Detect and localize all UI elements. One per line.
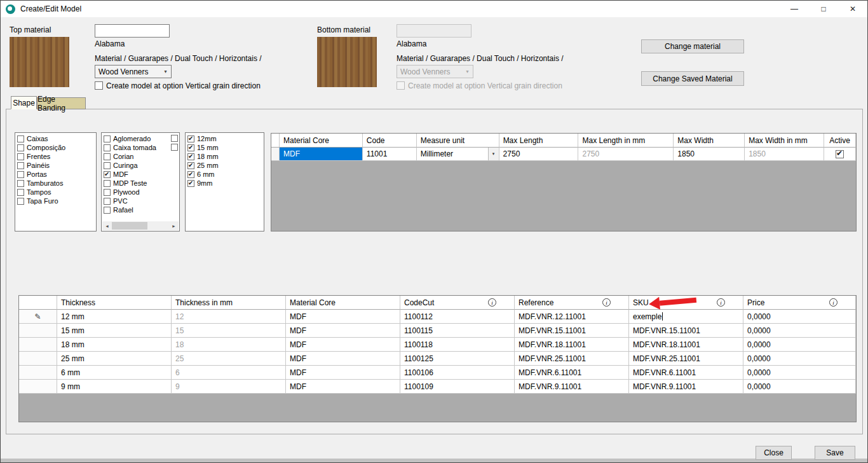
cell-material-core[interactable]: MDF xyxy=(286,352,400,366)
cell-max-width[interactable]: 1850 xyxy=(674,148,745,161)
cell-price[interactable]: 0,0000 xyxy=(743,366,856,380)
cell-price[interactable]: 0,0000 xyxy=(743,338,856,352)
top-material-swatch[interactable] xyxy=(10,37,69,87)
cell-active[interactable] xyxy=(824,148,856,161)
cell-thickness[interactable]: 12 mm xyxy=(57,310,172,324)
horizontal-scrollbar[interactable]: ◄ ► xyxy=(102,221,179,230)
material-core-list[interactable]: Aglomerado Caixa tomada Corian Curinga M… xyxy=(101,132,180,232)
change-material-button[interactable]: Change material xyxy=(641,39,744,53)
item-checkbox[interactable] xyxy=(104,207,111,214)
column-header-active[interactable]: Active xyxy=(824,134,856,148)
thickness-list[interactable]: 12mm 15 mm 18 mm 25 mm 6 mm 9mm xyxy=(185,132,264,232)
column-header-code[interactable]: Code xyxy=(363,134,417,148)
row-selector-cell[interactable] xyxy=(19,380,57,394)
column-header-reference[interactable]: Reference i xyxy=(515,296,629,310)
list-item[interactable]: 12mm xyxy=(186,134,264,143)
sku-grid-row[interactable]: 25 mm 25 MDF 1100125 MDF.VNR.25.11001 MD… xyxy=(19,352,856,366)
material-core-extra-checkbox[interactable] xyxy=(171,144,178,151)
item-checkbox[interactable] xyxy=(187,162,194,169)
cell-thickness[interactable]: 9 mm xyxy=(57,380,172,394)
cell-price[interactable]: 0,0000 xyxy=(743,324,856,338)
sku-grid-row[interactable]: 18 mm 18 MDF 1100118 MDF.VNR.18.11001 MD… xyxy=(19,338,856,352)
top-material-code-input[interactable] xyxy=(95,24,170,38)
list-item[interactable]: 25 mm xyxy=(186,161,264,170)
cell-reference[interactable]: MDF.VNR.25.11001 xyxy=(515,352,629,366)
cell-code[interactable]: 11001 xyxy=(363,148,417,161)
list-item[interactable]: 15 mm xyxy=(186,143,264,152)
column-header-price[interactable]: Price i xyxy=(743,296,856,310)
item-checkbox[interactable] xyxy=(104,198,111,205)
list-item[interactable]: Corian xyxy=(102,152,179,161)
cell-codecut[interactable]: 1100125 xyxy=(400,352,515,366)
item-checkbox[interactable] xyxy=(17,162,24,169)
list-item[interactable]: PVC xyxy=(102,197,179,205)
cell-reference[interactable]: MDF.VNR.18.11001 xyxy=(515,338,629,352)
list-item[interactable]: Tamburatos xyxy=(15,179,96,188)
minimize-icon[interactable]: — xyxy=(780,1,809,17)
cell-material-core[interactable]: MDF xyxy=(280,148,363,161)
cell-material-core[interactable]: MDF xyxy=(286,366,400,380)
list-item[interactable]: 6 mm xyxy=(186,170,264,179)
cell-sku-editing[interactable]: exemple xyxy=(629,310,743,324)
item-checkbox[interactable] xyxy=(104,180,111,187)
cell-codecut[interactable]: 1100115 xyxy=(400,324,515,338)
measure-unit-dropdown-icon[interactable]: ▾ xyxy=(488,148,499,160)
list-item[interactable]: Portas xyxy=(15,170,96,179)
close-icon[interactable]: ✕ xyxy=(838,1,867,17)
column-header-max-width-mm[interactable]: Max Width in mm xyxy=(745,134,824,148)
list-item[interactable]: Aglomerado xyxy=(102,134,179,143)
info-icon[interactable]: i xyxy=(717,298,725,307)
item-checkbox[interactable] xyxy=(187,171,194,178)
top-material-type-dropdown[interactable]: Wood Venners ▾ xyxy=(95,65,172,78)
close-button[interactable]: Close xyxy=(756,446,792,460)
row-selector-cell[interactable] xyxy=(19,338,57,352)
info-icon[interactable]: i xyxy=(602,298,611,307)
row-selector-cell[interactable] xyxy=(19,366,57,380)
item-checkbox[interactable] xyxy=(17,153,24,160)
item-checkbox[interactable] xyxy=(104,189,111,196)
info-icon[interactable]: i xyxy=(488,298,496,307)
cell-sku[interactable]: MDF.VNR.18.11001 xyxy=(629,338,743,352)
list-item[interactable]: 9mm xyxy=(186,179,264,188)
item-checkbox[interactable] xyxy=(187,153,194,160)
item-checkbox[interactable] xyxy=(17,144,24,151)
cell-material-core[interactable]: MDF xyxy=(286,338,400,352)
cell-reference[interactable]: MDF.VNR.12.11001 xyxy=(515,310,629,324)
aplication-list[interactable]: Caixas Composição Frentes Painéis Portas… xyxy=(15,132,97,232)
item-checkbox[interactable] xyxy=(17,135,24,142)
cell-thickness[interactable]: 25 mm xyxy=(57,352,172,366)
restore-icon[interactable]: □ xyxy=(809,1,838,17)
scroll-right-icon[interactable]: ► xyxy=(169,221,179,230)
material-core-extra-checkbox[interactable] xyxy=(171,135,178,142)
item-checkbox[interactable] xyxy=(104,153,111,160)
sku-grid-row[interactable]: 9 mm 9 MDF 1100109 MDF.VNR.9.11001 MDF.V… xyxy=(19,380,856,394)
cell-reference[interactable]: MDF.VNR.15.11001 xyxy=(515,324,629,338)
item-checkbox[interactable] xyxy=(104,144,111,151)
cell-thickness[interactable]: 6 mm xyxy=(57,366,172,380)
save-button[interactable]: Save xyxy=(815,446,855,460)
item-checkbox[interactable] xyxy=(104,162,111,169)
cell-codecut[interactable]: 1100106 xyxy=(400,366,515,380)
column-header-thickness-mm[interactable]: Thickness in mm xyxy=(172,296,286,310)
cell-codecut[interactable]: 1100112 xyxy=(400,310,515,324)
column-header-max-length-mm[interactable]: Max Length in mm xyxy=(578,134,674,148)
cell-thickness[interactable]: 15 mm xyxy=(57,324,172,338)
cell-sku[interactable]: MDF.VNR.9.11001 xyxy=(629,380,743,394)
column-header-codecut[interactable]: CodeCut i xyxy=(400,296,515,310)
item-checkbox[interactable] xyxy=(17,171,24,178)
active-checkbox[interactable] xyxy=(836,150,844,158)
list-item[interactable]: Tampos xyxy=(15,188,96,197)
list-item[interactable]: Caixas xyxy=(15,134,96,143)
cell-price[interactable]: 0,0000 xyxy=(743,352,856,366)
list-item[interactable]: Rafael xyxy=(102,205,179,214)
list-item[interactable]: 18 mm xyxy=(186,152,264,161)
tab-shape[interactable]: Shape xyxy=(11,96,37,109)
cell-reference[interactable]: MDF.VNR.6.11001 xyxy=(515,366,629,380)
list-item[interactable]: Caixa tomada xyxy=(102,143,179,152)
cell-measure-unit[interactable]: Millimeter ▾ xyxy=(417,148,499,161)
column-header-material-core[interactable]: Material Core xyxy=(280,134,363,148)
cell-material-core[interactable]: MDF xyxy=(286,310,400,324)
cell-material-core[interactable]: MDF xyxy=(286,324,400,338)
column-header-measure-unit[interactable]: Measure unit xyxy=(417,134,499,148)
change-saved-material-button[interactable]: Change Saved Material xyxy=(641,71,744,86)
